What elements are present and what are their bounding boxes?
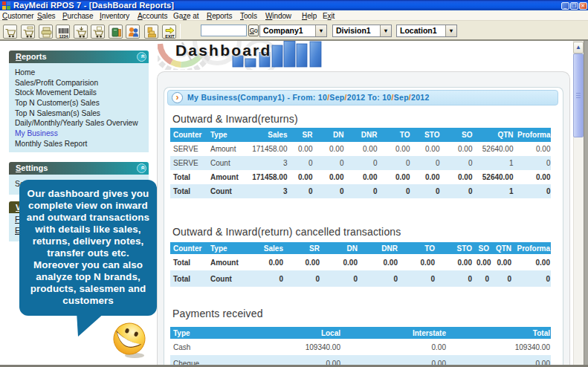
svg-text:EXIT: EXIT [165, 33, 175, 38]
svg-text:1234: 1234 [59, 33, 68, 38]
